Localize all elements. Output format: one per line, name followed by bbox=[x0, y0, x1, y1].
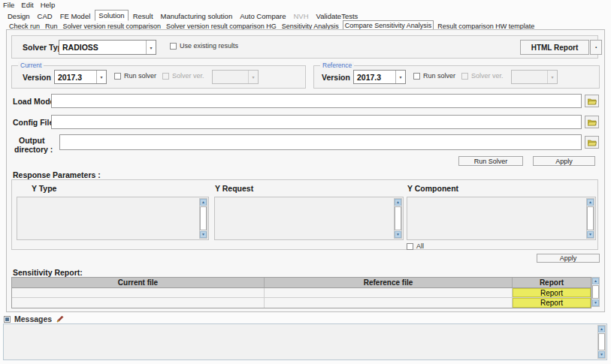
reference-file-cell bbox=[265, 298, 513, 308]
scroll-up-button[interactable]: ▲ bbox=[200, 199, 207, 206]
current-version-value: 2017.3 bbox=[55, 73, 96, 82]
response-parameters-title: Response Parameters : bbox=[13, 170, 101, 179]
sensitivity-report-title: Sensitivity Report: bbox=[13, 268, 83, 277]
apply-button[interactable]: Apply bbox=[533, 156, 595, 166]
scroll-up-button[interactable]: ▲ bbox=[395, 199, 401, 206]
messages-scrollbar[interactable]: ▲ ▼ bbox=[597, 325, 606, 359]
response-parameters-box: Y Type Y Request Y Component ▲ ▼ ▲ ▼ ▲ ▼ bbox=[11, 179, 598, 250]
scroll-up-button[interactable]: ▲ bbox=[587, 199, 594, 206]
menu-help[interactable]: Help bbox=[41, 1, 56, 9]
response-parameters-apply-button[interactable]: Apply bbox=[537, 254, 600, 263]
folder-open-icon bbox=[588, 139, 597, 146]
y-request-scrollbar[interactable]: ▲ ▼ bbox=[394, 198, 402, 239]
y-type-scrollbar[interactable]: ▲ ▼ bbox=[199, 198, 207, 239]
current-solver-ver-checkbox bbox=[162, 73, 169, 80]
scroll-thumb[interactable] bbox=[395, 206, 401, 230]
run-solver-button[interactable]: Run Solver bbox=[458, 156, 523, 166]
table-row: Report bbox=[12, 298, 591, 308]
current-file-cell bbox=[12, 288, 265, 297]
reference-run-solver-checkbox[interactable] bbox=[413, 73, 420, 80]
output-directory-browse-button[interactable] bbox=[585, 136, 599, 149]
column-header-report: Report bbox=[513, 278, 591, 287]
all-label: All bbox=[416, 242, 424, 250]
tab-solution[interactable]: Solution bbox=[95, 10, 128, 21]
menu-bar: File Edit Help bbox=[0, 0, 611, 10]
config-file-input[interactable] bbox=[51, 115, 582, 129]
scroll-down-button[interactable]: ▼ bbox=[395, 231, 401, 238]
current-group: Current Version 2017.3 ▾ Run solver Solv… bbox=[11, 65, 306, 89]
y-component-label: Y Component bbox=[407, 184, 458, 193]
scroll-down-button[interactable]: ▼ bbox=[587, 231, 594, 238]
reference-solver-ver-label: Solver ver. bbox=[471, 72, 504, 80]
y-type-label: Y Type bbox=[32, 184, 56, 193]
y-component-list[interactable]: ▲ ▼ bbox=[407, 197, 596, 240]
scroll-down-button[interactable]: ▼ bbox=[598, 351, 605, 358]
chevron-down-icon: ▾ bbox=[96, 71, 106, 83]
y-request-list[interactable]: ▲ ▼ bbox=[214, 197, 404, 240]
html-report-button[interactable]: HTML Report bbox=[520, 40, 589, 55]
scroll-up-button[interactable]: ▲ bbox=[598, 326, 605, 332]
chevron-down-icon: ▾ bbox=[395, 71, 405, 83]
report-button-row2[interactable]: Report bbox=[513, 298, 591, 308]
y-component-scrollbar[interactable]: ▲ ▼ bbox=[586, 198, 594, 239]
messages-output[interactable]: ▲ ▼ bbox=[3, 323, 607, 360]
scroll-thumb[interactable] bbox=[200, 206, 207, 230]
compare-sensitivity-panel: Solver Type : RADIOSS ▾ Use existing res… bbox=[6, 29, 605, 312]
chevron-down-icon: ▾ bbox=[146, 41, 156, 54]
y-type-list[interactable]: ▲ ▼ bbox=[17, 197, 209, 240]
reference-run-solver-label: Run solver bbox=[423, 72, 455, 80]
scroll-down-button[interactable]: ▼ bbox=[592, 299, 599, 306]
load-model-browse-button[interactable] bbox=[585, 95, 599, 107]
report-button-row1[interactable]: Report bbox=[513, 288, 591, 297]
config-file-label: Config File bbox=[13, 118, 53, 127]
scroll-thumb[interactable] bbox=[592, 285, 599, 299]
y-request-label: Y Request bbox=[215, 184, 253, 193]
all-checkbox[interactable] bbox=[407, 243, 413, 250]
current-solver-ver-label: Solver ver. bbox=[172, 72, 204, 80]
primary-tab-bar: Design CAD FE Model Solution Result Manu… bbox=[5, 10, 361, 21]
folder-open-icon bbox=[588, 119, 597, 126]
solver-type-select[interactable]: RADIOSS ▾ bbox=[59, 40, 156, 55]
current-version-label: Version bbox=[23, 73, 51, 82]
messages-label: Messages bbox=[14, 314, 52, 323]
solver-type-value: RADIOSS bbox=[59, 43, 146, 52]
menu-edit[interactable]: Edit bbox=[21, 1, 33, 9]
use-existing-results-label: Use existing results bbox=[180, 42, 238, 50]
sensitivity-report-header: Current file Reference file Report bbox=[12, 278, 591, 288]
scroll-up-button[interactable]: ▲ bbox=[592, 278, 599, 284]
reference-version-value: 2017.3 bbox=[354, 73, 395, 82]
reference-version-select[interactable]: 2017.3 ▾ bbox=[353, 70, 406, 84]
config-file-browse-button[interactable] bbox=[585, 116, 599, 128]
messages-checkbox[interactable] bbox=[4, 316, 11, 323]
html-report-more-button[interactable]: ▪ bbox=[590, 40, 602, 55]
current-run-solver-label: Run solver bbox=[124, 72, 156, 80]
messages-header: Messages bbox=[4, 314, 65, 323]
current-run-solver-checkbox[interactable] bbox=[114, 73, 121, 80]
current-version-select[interactable]: 2017.3 ▾ bbox=[54, 70, 107, 84]
load-model-input[interactable] bbox=[51, 94, 582, 108]
use-existing-results-checkbox[interactable] bbox=[170, 43, 177, 50]
output-directory-input[interactable] bbox=[59, 134, 582, 150]
reference-solver-ver-select: ▾ bbox=[511, 70, 558, 84]
reference-version-label: Version bbox=[322, 73, 350, 82]
column-header-reference-file: Reference file bbox=[265, 278, 513, 287]
current-group-title: Current bbox=[18, 62, 44, 69]
chevron-down-icon: ▾ bbox=[248, 71, 258, 83]
menu-file[interactable]: File bbox=[3, 1, 14, 9]
output-directory-label-line2: directory : bbox=[14, 145, 53, 154]
table-row: Report bbox=[12, 288, 591, 298]
sensitivity-report-scrollbar[interactable]: ▲ ▼ bbox=[591, 277, 600, 307]
folder-open-icon bbox=[588, 98, 597, 105]
chevron-down-icon: ▾ bbox=[547, 71, 557, 83]
reference-file-cell bbox=[265, 288, 513, 297]
column-header-current-file: Current file bbox=[12, 278, 265, 287]
pencil-icon[interactable] bbox=[56, 314, 65, 323]
sensitivity-report-table: Current file Reference file Report Repor… bbox=[11, 277, 591, 308]
output-directory-label-line1: Output bbox=[19, 136, 44, 145]
current-solver-ver-select: ▾ bbox=[212, 70, 259, 84]
current-file-cell bbox=[12, 298, 265, 308]
scroll-down-button[interactable]: ▼ bbox=[200, 231, 207, 238]
scroll-thumb[interactable] bbox=[587, 206, 594, 230]
scroll-thumb[interactable] bbox=[598, 333, 605, 350]
reference-solver-ver-checkbox bbox=[461, 73, 468, 80]
